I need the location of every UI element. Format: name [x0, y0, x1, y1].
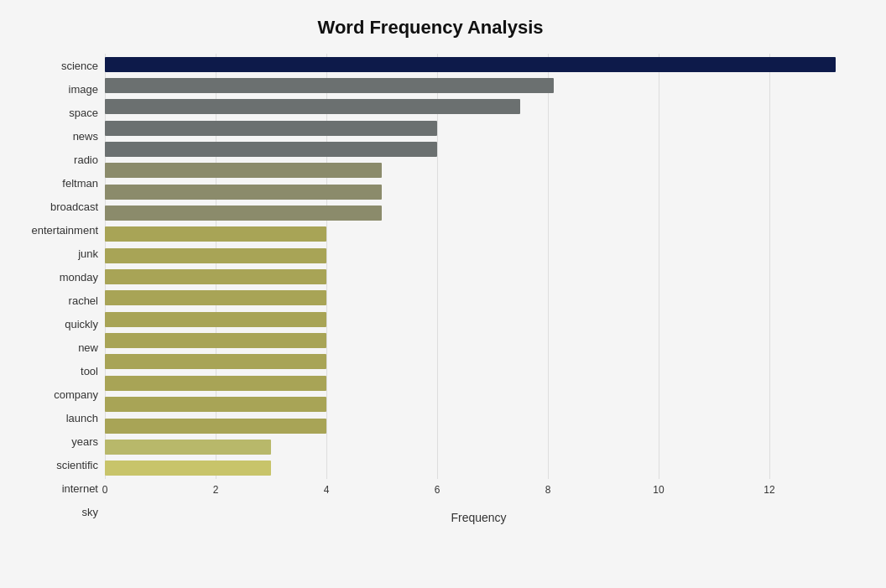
x-tick-0: 0 — [102, 484, 108, 496]
bar-row-sky — [105, 459, 852, 477]
y-label-feltman: feltman — [62, 172, 98, 194]
bar-row-feltman — [105, 161, 852, 180]
bar-row-entertainment — [105, 204, 852, 222]
bar-row-quickly — [105, 289, 852, 307]
bar-row-tool — [105, 331, 852, 350]
bar-years — [105, 397, 326, 412]
bar-row-radio — [105, 140, 852, 159]
bar-monday — [105, 248, 326, 263]
y-label-radio: radio — [74, 148, 98, 170]
bar-new — [105, 312, 326, 327]
grid-and-bars — [105, 54, 852, 479]
bar-row-science — [105, 55, 852, 74]
bar-row-scientific — [105, 417, 852, 435]
x-axis: 024681012 — [105, 482, 852, 507]
chart-area: scienceimagespacenewsradiofeltmanbroadca… — [8, 54, 852, 524]
y-label-scientific: scientific — [56, 455, 98, 476]
bar-junk — [105, 226, 326, 242]
bar-row-monday — [105, 247, 852, 265]
y-labels: scienceimagespacenewsradiofeltmanbroadca… — [8, 54, 105, 524]
y-label-rachel: rachel — [69, 289, 98, 311]
bar-internet — [105, 440, 271, 455]
bar-quickly — [105, 290, 326, 305]
chart-container: Word Frequency Analysis scienceimagespac… — [0, 0, 886, 588]
bar-launch — [105, 376, 326, 391]
y-label-junk: junk — [78, 242, 98, 264]
y-label-broadcast: broadcast — [50, 195, 98, 217]
y-label-internet: internet — [62, 478, 98, 500]
bar-radio — [105, 142, 437, 157]
y-label-space: space — [69, 101, 98, 123]
bars-and-grid: 024681012 Frequency — [105, 54, 852, 524]
bar-entertainment — [105, 206, 382, 221]
bar-row-broadcast — [105, 183, 852, 201]
bar-company — [105, 354, 326, 369]
bar-feltman — [105, 163, 382, 178]
bar-row-rachel — [105, 268, 852, 286]
bar-tool — [105, 333, 326, 348]
y-label-years: years — [71, 431, 98, 453]
bar-broadcast — [105, 185, 382, 200]
y-label-sky: sky — [82, 502, 99, 523]
y-label-entertainment: entertainment — [32, 219, 99, 241]
bar-row-image — [105, 76, 852, 95]
bar-news — [105, 121, 437, 136]
bar-sky — [105, 461, 271, 476]
y-label-quickly: quickly — [65, 314, 98, 336]
y-label-news: news — [73, 125, 98, 147]
bar-row-company — [105, 352, 852, 371]
chart-title: Word Frequency Analysis — [8, 17, 852, 39]
y-label-image: image — [69, 78, 98, 100]
y-label-company: company — [54, 384, 98, 406]
bar-row-launch — [105, 374, 852, 393]
y-label-science: science — [61, 55, 98, 76]
bar-row-new — [105, 310, 852, 329]
bar-row-news — [105, 119, 852, 138]
y-label-monday: monday — [60, 266, 98, 288]
x-tick-6: 6 — [435, 484, 440, 496]
bar-science — [105, 57, 836, 72]
y-label-tool: tool — [81, 361, 98, 382]
bar-rachel — [105, 269, 326, 284]
bars-wrapper — [105, 54, 852, 479]
bar-row-space — [105, 97, 852, 116]
bar-row-internet — [105, 438, 852, 456]
x-tick-10: 10 — [653, 484, 664, 496]
x-tick-8: 8 — [545, 484, 551, 496]
bar-row-years — [105, 395, 852, 414]
y-label-launch: launch — [66, 408, 98, 429]
x-tick-2: 2 — [213, 484, 219, 496]
bar-space — [105, 99, 520, 114]
bar-row-junk — [105, 225, 852, 243]
x-axis-label: Frequency — [105, 511, 852, 524]
x-tick-4: 4 — [324, 484, 330, 496]
x-tick-12: 12 — [764, 484, 774, 496]
bar-image — [105, 78, 554, 93]
y-label-new: new — [78, 337, 98, 359]
bar-scientific — [105, 419, 326, 434]
